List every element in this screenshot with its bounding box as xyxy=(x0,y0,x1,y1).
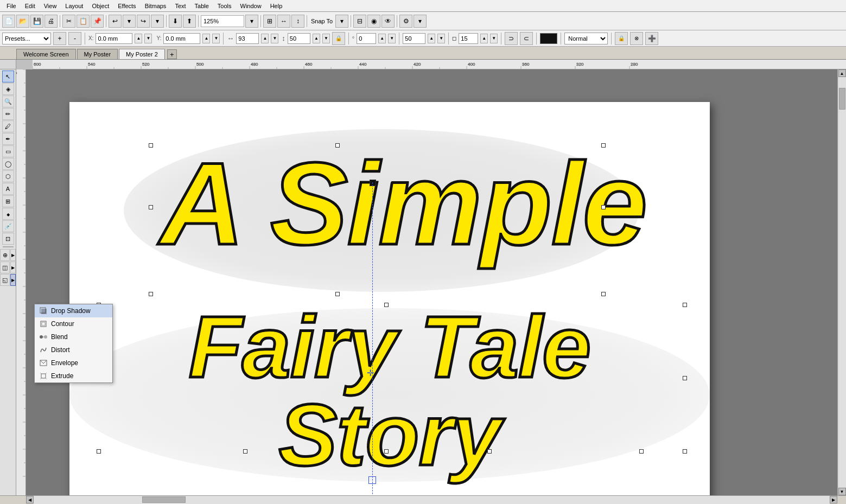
eyedropper-tool[interactable]: 💉 xyxy=(2,220,14,232)
ellipse-tool[interactable]: ◯ xyxy=(2,158,14,170)
h-input[interactable] xyxy=(288,33,310,44)
menu-item-extrude[interactable]: Extrude xyxy=(35,369,112,382)
w-input[interactable] xyxy=(236,33,259,44)
node-tool[interactable]: ◈ xyxy=(2,83,14,95)
color-swatch[interactable] xyxy=(540,33,557,44)
tab-add-button[interactable]: + xyxy=(167,49,177,59)
x-input[interactable] xyxy=(96,33,132,44)
menu-object[interactable]: Object xyxy=(87,2,113,10)
shadow-flyout[interactable]: ▶ xyxy=(10,274,16,286)
corner-down-btn[interactable]: ▼ xyxy=(490,34,498,43)
tab-my-poster-2[interactable]: My Poster 2 xyxy=(119,49,165,59)
rect-tool[interactable]: ▭ xyxy=(2,145,14,157)
fill-tool[interactable]: ⬥ xyxy=(2,208,14,220)
zoom-tool[interactable]: 🔍 xyxy=(2,95,14,107)
h-up-btn[interactable]: ▲ xyxy=(313,34,320,43)
zoom-input[interactable] xyxy=(201,15,244,27)
extra-options[interactable]: ⚙ xyxy=(399,15,412,28)
extra-options2[interactable]: ▾ xyxy=(414,15,427,28)
menu-layout[interactable]: Layout xyxy=(61,2,87,10)
tab-my-poster[interactable]: My Poster xyxy=(77,49,118,59)
scroll-right-btn[interactable]: ▶ xyxy=(830,496,837,503)
text-tool[interactable]: A xyxy=(2,183,14,195)
menu-text[interactable]: Text xyxy=(170,2,190,10)
color-management[interactable]: ⊗ xyxy=(630,32,643,45)
menu-item-drop-shadow[interactable]: Drop Shadow xyxy=(35,304,112,317)
effects-flyout[interactable]: ▶ xyxy=(10,249,16,261)
mirror-btn2[interactable]: ⊂ xyxy=(520,32,533,45)
w-up-btn[interactable]: ▲ xyxy=(261,34,269,43)
menu-item-envelope[interactable]: Envelope xyxy=(35,356,112,369)
preset-remove-button[interactable]: - xyxy=(68,32,81,45)
snap-dropdown[interactable]: ▾ xyxy=(335,15,348,28)
w-down-btn[interactable]: ▼ xyxy=(271,34,278,43)
menu-item-contour[interactable]: Contour xyxy=(35,317,112,330)
h-down-btn[interactable]: ▼ xyxy=(322,34,330,43)
new-button[interactable]: 📄 xyxy=(2,15,15,28)
pen-tool[interactable]: 🖊 xyxy=(2,120,14,132)
y-input[interactable] xyxy=(163,33,200,44)
redo-dropdown[interactable]: ▾ xyxy=(151,15,164,28)
y-up-btn[interactable]: ▲ xyxy=(202,34,210,43)
table-tool[interactable]: ⊞ xyxy=(2,195,14,207)
calligraphy-tool[interactable]: ✒ xyxy=(2,133,14,145)
undo-dropdown[interactable]: ▾ xyxy=(123,15,136,28)
mirror-btn1[interactable]: ⊃ xyxy=(505,32,518,45)
menu-help[interactable]: Help xyxy=(266,2,287,10)
x-up-btn[interactable]: ▲ xyxy=(135,34,142,43)
polygon-tool[interactable]: ⬡ xyxy=(2,170,14,182)
menu-effects[interactable]: Effects xyxy=(113,2,140,10)
menu-bitmaps[interactable]: Bitmaps xyxy=(141,2,171,10)
menu-tools[interactable]: Tools xyxy=(213,2,236,10)
fit-page-button[interactable]: ⊞ xyxy=(263,15,276,28)
transparency-lock[interactable]: 🔒 xyxy=(615,32,628,45)
menu-file[interactable]: File xyxy=(2,2,21,10)
view-mode[interactable]: 👁 xyxy=(381,15,395,28)
open-button[interactable]: 📂 xyxy=(16,15,29,28)
mirror-v-button[interactable]: ↕ xyxy=(291,15,304,28)
scale-input[interactable] xyxy=(403,33,425,44)
menu-edit[interactable]: Edit xyxy=(21,2,40,10)
scroll-track-v[interactable] xyxy=(838,77,846,488)
scroll-thumb-v[interactable] xyxy=(839,88,845,110)
undo-button[interactable]: ↩ xyxy=(109,15,122,28)
import-button[interactable]: ⬇ xyxy=(169,15,182,28)
preset-add-button[interactable]: + xyxy=(53,32,66,45)
menu-table[interactable]: Table xyxy=(190,2,213,10)
shadow-tool[interactable]: ◱ xyxy=(0,274,10,286)
transparency-flyout[interactable]: ▶ xyxy=(10,261,16,273)
right-scrollbar[interactable]: ▲ ▼ xyxy=(837,69,846,495)
copy-button[interactable]: 📋 xyxy=(77,15,90,28)
scroll-thumb-h[interactable] xyxy=(142,496,186,503)
mirror-h-button[interactable]: ↔ xyxy=(277,15,290,28)
print-button[interactable]: 🖨 xyxy=(44,15,58,28)
export-button[interactable]: ⬆ xyxy=(183,15,196,28)
scroll-up-btn[interactable]: ▲ xyxy=(838,69,846,77)
paste-button[interactable]: 📌 xyxy=(91,15,104,28)
zoom-dropdown[interactable]: ▾ xyxy=(245,15,258,28)
angle-up-btn[interactable]: ▲ xyxy=(378,34,386,43)
lock-ratio-button[interactable]: 🔒 xyxy=(332,32,345,45)
x-down-btn[interactable]: ▼ xyxy=(144,34,152,43)
angle-down-btn[interactable]: ▼ xyxy=(388,34,396,43)
bottom-scrollbar[interactable]: ◀ ▶ xyxy=(0,495,846,504)
redo-button[interactable]: ↪ xyxy=(137,15,150,28)
crop-tool[interactable]: ⊡ xyxy=(2,233,14,245)
corner-up-btn[interactable]: ▲ xyxy=(480,34,488,43)
menu-view[interactable]: View xyxy=(40,2,61,10)
corner-input[interactable] xyxy=(459,33,478,44)
scroll-track-h[interactable] xyxy=(34,496,830,504)
blend-mode-select[interactable]: Normal xyxy=(564,33,608,44)
menu-window[interactable]: Window xyxy=(236,2,266,10)
add-preset-btn[interactable]: ➕ xyxy=(645,32,658,45)
cut-button[interactable]: ✂ xyxy=(62,15,75,28)
pointer-tool[interactable]: ↖ xyxy=(2,71,14,82)
y-down-btn[interactable]: ▼ xyxy=(212,34,220,43)
save-button[interactable]: 💾 xyxy=(30,15,43,28)
scale-up-btn[interactable]: ▲ xyxy=(428,34,435,43)
scale-down-btn[interactable]: ▼ xyxy=(437,34,445,43)
angle-input[interactable] xyxy=(357,33,376,44)
effects-tool[interactable]: ⊕ xyxy=(0,249,10,261)
transparency-tool[interactable]: ◫ xyxy=(0,261,10,273)
display-mode[interactable]: ◉ xyxy=(367,15,380,28)
